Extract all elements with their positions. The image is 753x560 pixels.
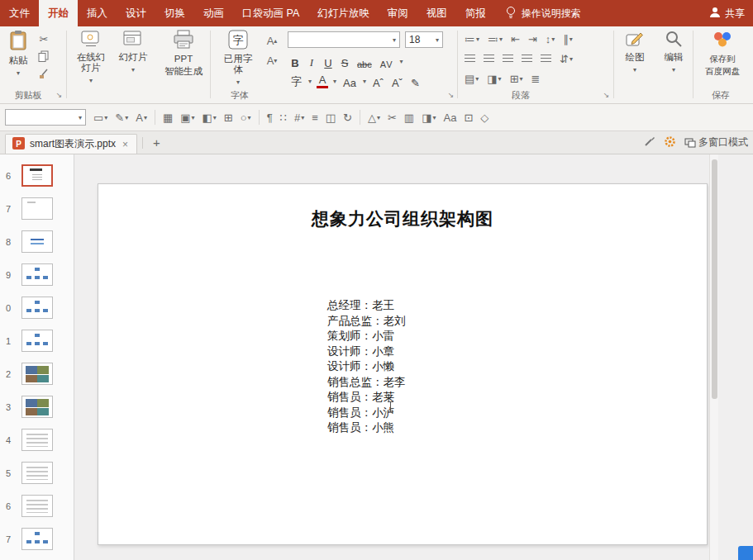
change-case-button[interactable]: Aa xyxy=(341,73,358,89)
vertical-scrollbar[interactable] xyxy=(709,154,718,560)
brush-tool-icon[interactable] xyxy=(644,135,655,149)
phonetic-guide-button[interactable]: 字 xyxy=(289,73,303,89)
font-dialog-launcher-icon[interactable]: ↘ xyxy=(446,91,455,100)
menu-tab-4[interactable]: 设计 xyxy=(117,0,155,26)
menu-tab-10[interactable]: 视图 xyxy=(417,0,456,26)
close-tab-icon[interactable]: × xyxy=(121,139,130,150)
pencil-icon[interactable]: ✎▾ xyxy=(115,112,128,124)
decrease-indent-icon[interactable]: ⇤ xyxy=(511,33,520,45)
font-name-combobox[interactable]: ▾ xyxy=(288,31,400,48)
justify-icon[interactable] xyxy=(522,55,532,64)
dots-grid-icon[interactable]: ∷ xyxy=(280,112,287,124)
online-slides-button[interactable]: 在线幻灯片 ▾ xyxy=(71,30,111,86)
diamond-icon[interactable]: ◇ xyxy=(480,112,488,124)
distribute-icon[interactable] xyxy=(541,55,551,64)
drawing-button[interactable]: 绘图 ▾ xyxy=(617,30,653,75)
increase-indent-icon[interactable]: ⇥ xyxy=(528,33,537,45)
slide-thumbnail[interactable]: 1 xyxy=(0,328,74,354)
slide-thumbnail[interactable]: 3 xyxy=(0,394,74,420)
scrollbar-thumb[interactable] xyxy=(712,159,717,399)
align-right-icon[interactable] xyxy=(503,55,513,64)
picture-icon[interactable]: ▣▾ xyxy=(180,112,194,124)
copy-icon[interactable] xyxy=(36,49,51,64)
menu-tab-1[interactable]: 文件 xyxy=(0,0,39,26)
used-font-button[interactable]: 字 已用字体 ▾ xyxy=(217,30,260,88)
share-button[interactable]: 共享 xyxy=(701,0,753,26)
rotate-icon[interactable]: ↻ xyxy=(343,112,352,124)
menu-tab-11[interactable]: 简报 xyxy=(456,0,495,26)
half-fill-icon[interactable]: ◨▾ xyxy=(422,112,436,124)
paste-button[interactable]: 粘贴 ▾ xyxy=(3,30,33,78)
align-center-icon[interactable] xyxy=(484,55,494,64)
cut-icon[interactable]: ✂ xyxy=(36,31,51,46)
font-color-icon[interactable]: A▾ xyxy=(136,112,147,124)
slide-thumbnail[interactable]: 5 xyxy=(0,460,74,486)
menu-tab-3[interactable]: 插入 xyxy=(78,0,117,26)
boxed-dot-icon[interactable]: ⊡ xyxy=(464,112,473,124)
shape-outline-icon[interactable]: ⊞▾ xyxy=(510,73,523,85)
hash-icon[interactable]: #▾ xyxy=(294,112,304,124)
table-icon[interactable]: ▦ xyxy=(163,112,173,124)
slide-thumbnail[interactable]: 7 xyxy=(0,526,74,552)
decrease-font-size-button[interactable]: A▾ xyxy=(265,53,279,68)
font-color-button[interactable]: A xyxy=(317,74,328,88)
numbering-icon[interactable]: ≕▾ xyxy=(488,33,503,45)
triangle-icon[interactable]: △▾ xyxy=(368,112,380,124)
align-left-icon[interactable] xyxy=(465,55,475,64)
clipboard-dialog-launcher-icon[interactable]: ↘ xyxy=(55,91,64,100)
shapes-icon[interactable]: ◧▾ xyxy=(203,112,217,124)
superscript-icon[interactable]: Aˆ xyxy=(371,73,385,89)
character-spacing-button[interactable]: AV xyxy=(379,53,395,69)
slide-title[interactable]: 想象力公司组织架构图 xyxy=(98,207,707,230)
save-to-baidu-button[interactable]: 保存到 百度网盘 xyxy=(696,30,749,77)
smartart-convert-icon[interactable]: ◨▾ xyxy=(487,73,501,85)
settings-gear-icon[interactable] xyxy=(664,135,676,150)
slide-thumbnail[interactable]: 9 xyxy=(0,262,74,287)
editing-button[interactable]: 编辑 ▾ xyxy=(656,30,691,75)
ppt-smart-generate-button[interactable]: PPT 智能生成 xyxy=(159,30,208,77)
slide-thumbnail[interactable]: 8 xyxy=(0,229,74,254)
bullets-icon[interactable]: ≔▾ xyxy=(465,33,479,45)
shape-rect-icon[interactable]: ▭▾ xyxy=(93,112,107,124)
text-direction-icon[interactable]: ⇵▾ xyxy=(560,53,573,65)
columns-icon[interactable]: ∥▾ xyxy=(563,33,573,45)
align-text-icon[interactable]: ▤▾ xyxy=(465,73,479,85)
slide-thumbnail[interactable]: 6 xyxy=(0,493,74,519)
case-icon[interactable]: Aa xyxy=(443,112,456,124)
circle-icon[interactable]: ○▾ xyxy=(241,112,251,124)
shadow-strike-button[interactable]: S xyxy=(339,53,350,69)
shape-fill-icon[interactable]: ≣ xyxy=(531,73,541,85)
cells-icon[interactable]: ▥ xyxy=(404,112,414,124)
increase-font-size-button[interactable]: A▴ xyxy=(265,33,279,48)
scissors-icon[interactable]: ✂ xyxy=(388,112,397,124)
underline-button[interactable]: U xyxy=(322,53,334,69)
corner-blue-widget[interactable] xyxy=(738,546,753,560)
new-slide-button[interactable]: 幻灯片 ▾ xyxy=(114,30,152,75)
menu-tab-6[interactable]: 动画 xyxy=(194,0,233,26)
slide-thumbnail[interactable]: 6 xyxy=(0,163,74,188)
qat-combobox[interactable]: ▾ xyxy=(5,109,86,126)
format-painter-icon[interactable] xyxy=(36,66,51,81)
bold-button[interactable]: B xyxy=(289,53,301,69)
slide-thumbnail[interactable]: 0 xyxy=(0,295,74,320)
document-tab[interactable]: P smart图表演示.pptx × xyxy=(5,134,137,154)
chart-icon[interactable]: ⊞ xyxy=(224,112,233,124)
paragraph-dialog-launcher-icon[interactable]: ↘ xyxy=(602,91,611,100)
slide-thumbnail[interactable]: 4 xyxy=(0,427,74,453)
paragraph-mark-icon[interactable]: ¶ xyxy=(267,112,273,124)
menu-tab-5[interactable]: 切换 xyxy=(155,0,194,26)
slide-canvas[interactable]: 想象力公司组织架构图 总经理：老王产品总监：老刘策划师：小雷设计师：小章设计师：… xyxy=(98,183,708,545)
menu-tab-9[interactable]: 审阅 xyxy=(379,0,417,26)
line-spacing-icon[interactable]: ↕▾ xyxy=(546,33,555,45)
subscript-icon[interactable]: Aˇ xyxy=(390,73,404,89)
strikethrough-button[interactable]: abc xyxy=(355,53,374,69)
new-tab-button[interactable]: + xyxy=(148,135,165,149)
clear-formatting-icon[interactable]: ✎ xyxy=(409,73,422,89)
font-size-combobox[interactable]: 18 ▾ xyxy=(405,31,443,48)
slide-body-text[interactable]: 总经理：老王产品总监：老刘策划师：小雷设计师：小章设计师：小懒销售总监：老李销售… xyxy=(327,298,406,436)
lines-icon[interactable]: ≡ xyxy=(312,112,318,124)
italic-button[interactable]: I xyxy=(306,53,317,69)
slide-thumbnail[interactable]: 7 xyxy=(0,196,74,221)
menu-tab-7[interactable]: 口袋动画 PA xyxy=(233,0,308,26)
multiwindow-mode-button[interactable]: 多窗口模式 xyxy=(684,135,748,149)
